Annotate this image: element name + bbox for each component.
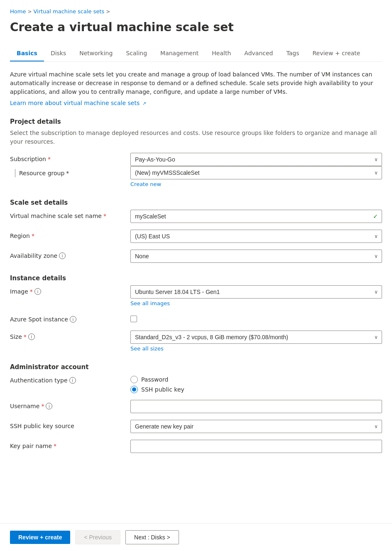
- scale-set-details-heading: Scale set details: [10, 199, 382, 206]
- auth-ssh-option[interactable]: SSH public key: [130, 386, 382, 393]
- auth-type-info-icon[interactable]: i: [69, 377, 76, 384]
- availability-zone-info-icon[interactable]: i: [59, 252, 66, 259]
- auth-password-option[interactable]: Password: [130, 376, 382, 383]
- external-link-icon: ↗: [142, 101, 146, 106]
- tab-health[interactable]: Health: [205, 46, 238, 61]
- size-label: Size: [10, 333, 22, 340]
- admin-account-heading: Administrator account: [10, 363, 382, 371]
- size-required: *: [24, 333, 27, 340]
- tab-basics[interactable]: Basics: [10, 46, 44, 61]
- key-pair-input[interactable]: [130, 440, 382, 453]
- region-required: *: [32, 233, 34, 239]
- tab-tags[interactable]: Tags: [279, 46, 306, 61]
- subscription-label: Subscription: [10, 156, 46, 162]
- availability-zone-dropdown[interactable]: None: [130, 250, 382, 263]
- tab-networking[interactable]: Networking: [73, 46, 119, 61]
- breadcrumb-home[interactable]: Home: [10, 8, 26, 15]
- breadcrumb-sep1: >: [27, 9, 32, 15]
- instance-details-heading: Instance details: [10, 274, 382, 282]
- footer: Review + create < Previous Next : Disks …: [0, 523, 392, 551]
- resource-group-indent: [15, 169, 16, 177]
- image-required: *: [30, 288, 33, 295]
- image-label: Image: [10, 288, 28, 295]
- auth-ssh-radio-inner: [132, 387, 136, 392]
- next-button[interactable]: Next : Disks >: [125, 530, 179, 544]
- resource-group-dropdown[interactable]: (New) myVMSSScaleSet: [130, 166, 382, 179]
- key-pair-label: Key pair name: [10, 443, 52, 449]
- azure-spot-label: Azure Spot instance: [10, 316, 68, 323]
- page-description: Azure virtual machine scale sets let you…: [10, 70, 382, 96]
- size-info-icon[interactable]: i: [28, 333, 35, 340]
- learn-more-link[interactable]: Learn more about virtual machine scale s…: [10, 100, 146, 106]
- see-all-sizes-link[interactable]: See all sizes: [130, 345, 382, 352]
- review-create-button[interactable]: Review + create: [10, 531, 70, 544]
- project-details-heading: Project details: [10, 118, 382, 125]
- vm-name-input[interactable]: [130, 210, 382, 223]
- tab-disks[interactable]: Disks: [44, 46, 73, 61]
- resource-group-required: *: [66, 170, 69, 176]
- breadcrumb-sep2: >: [106, 9, 110, 15]
- username-input[interactable]: [130, 400, 382, 413]
- tab-review[interactable]: Review + create: [306, 46, 367, 61]
- region-label: Region: [10, 233, 30, 239]
- tab-bar: Basics Disks Networking Scaling Manageme…: [10, 46, 382, 62]
- region-dropdown[interactable]: (US) East US: [130, 230, 382, 243]
- vm-name-valid-icon: ✓: [373, 213, 378, 220]
- username-required: *: [41, 403, 44, 409]
- vm-name-required: *: [103, 213, 106, 219]
- azure-spot-info-icon[interactable]: i: [70, 316, 76, 323]
- see-all-images-link[interactable]: See all images: [130, 300, 382, 306]
- auth-ssh-label: SSH public key: [141, 386, 184, 393]
- auth-type-label: Authentication type: [10, 377, 68, 384]
- ssh-source-dropdown[interactable]: Generate new key pair: [130, 420, 382, 433]
- availability-zone-label: Availability zone: [10, 252, 57, 259]
- resource-group-label: Resource group: [19, 170, 64, 176]
- username-label: Username: [10, 403, 39, 409]
- breadcrumb-vmss[interactable]: Virtual machine scale sets: [33, 8, 104, 15]
- vm-name-label: Virtual machine scale set name: [10, 213, 102, 219]
- tab-advanced[interactable]: Advanced: [238, 46, 279, 61]
- auth-ssh-radio[interactable]: [130, 386, 138, 393]
- previous-button: < Previous: [75, 530, 120, 544]
- breadcrumb: Home > Virtual machine scale sets >: [10, 8, 382, 15]
- auth-password-label: Password: [141, 376, 168, 383]
- username-info-icon[interactable]: i: [46, 403, 52, 409]
- size-dropdown[interactable]: Standard_D2s_v3 - 2 vcpus, 8 GiB memory …: [130, 331, 382, 344]
- azure-spot-checkbox[interactable]: [130, 316, 137, 322]
- key-pair-required: *: [54, 443, 56, 449]
- page-title: Create a virtual machine scale set: [10, 20, 382, 34]
- create-new-resource-group-link[interactable]: Create new: [130, 181, 382, 187]
- auth-password-radio[interactable]: [130, 376, 138, 383]
- tab-management[interactable]: Management: [154, 46, 205, 61]
- image-info-icon[interactable]: i: [34, 288, 41, 295]
- ssh-source-label: SSH public key source: [10, 423, 74, 429]
- project-details-desc: Select the subscription to manage deploy…: [10, 129, 382, 146]
- image-dropdown[interactable]: Ubuntu Server 18.04 LTS - Gen1: [130, 285, 382, 299]
- subscription-dropdown[interactable]: Pay-As-You-Go: [130, 153, 382, 166]
- auth-type-radio-group: Password SSH public key: [130, 376, 382, 393]
- subscription-required: *: [48, 156, 51, 162]
- tab-scaling[interactable]: Scaling: [119, 46, 154, 61]
